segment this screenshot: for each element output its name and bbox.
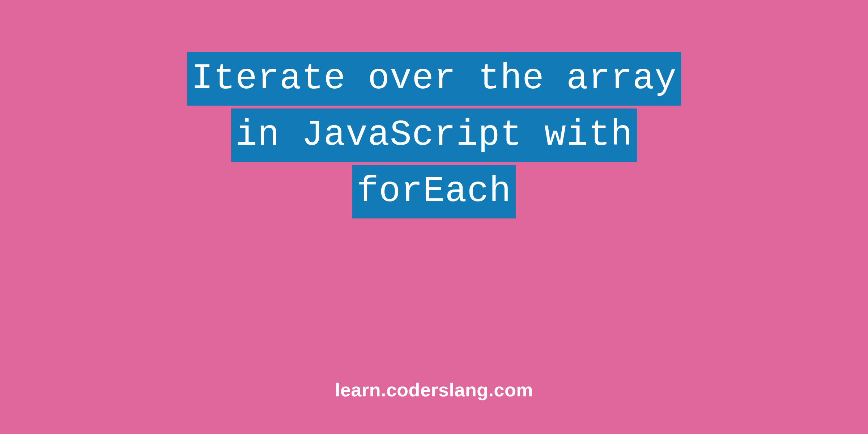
title-line-1: Iterate over the array xyxy=(187,52,681,106)
title-line-2: in JavaScript with xyxy=(231,109,637,162)
page-title: Iterate over the array in JavaScript wit… xyxy=(187,51,681,220)
footer-url: learn.coderslang.com xyxy=(0,379,868,401)
title-line-3: forEach xyxy=(352,165,515,218)
